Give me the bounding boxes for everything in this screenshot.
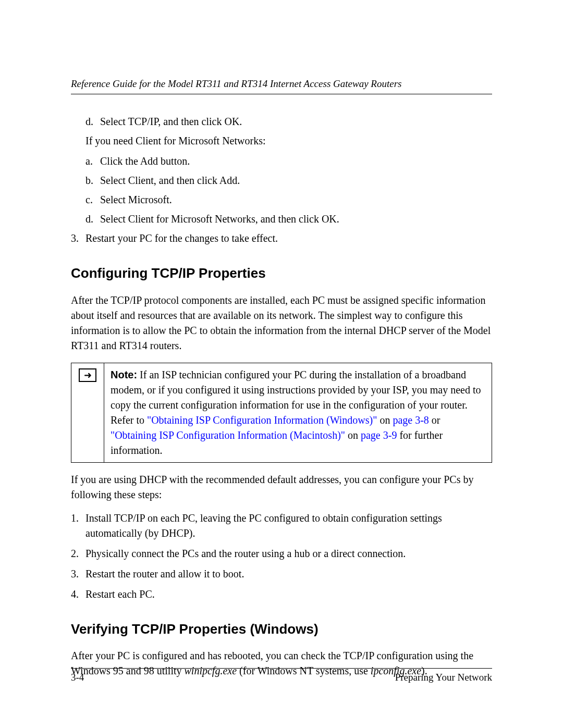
list-marker: d. [85,212,100,227]
paragraph: If you need Client for Microsoft Network… [85,133,492,149]
link-windows-info[interactable]: "Obtaining ISP Configuration Information… [147,414,377,426]
running-header: Reference Guide for the Model RT311 and … [71,78,492,94]
heading-configuring: Configuring TCP/IP Properties [71,264,492,283]
list-text: Select Client, and then click Add. [100,173,240,188]
list-item: c. Select Microsoft. [85,192,492,207]
list-marker: 1. [71,511,85,541]
page: Reference Guide for the Model RT311 and … [0,0,563,728]
list-item: d. Select Client for Microsoft Networks,… [85,212,492,227]
list-text: Install TCP/IP on each PC, leaving the P… [85,511,492,541]
paragraph: After the TCP/IP protocol components are… [71,293,492,353]
list-text: Restart the router and allow it to boot. [85,566,244,582]
note-text: Note: If an ISP technician configured yo… [104,363,492,462]
arrow-icon: ➜ [79,368,96,382]
numbered-steps: 1. Install TCP/IP on each PC, leaving th… [71,511,492,602]
body: d. Select TCP/IP, and then click OK. If … [71,114,492,678]
list-item: 3. Restart the router and allow it to bo… [71,566,492,582]
list-text: Click the Add button. [100,154,190,169]
list-marker: c. [85,192,100,207]
list-marker: d. [85,114,100,129]
footer: 3-4 Preparing Your Network [71,668,492,683]
numbered-list: 3. Restart your PC for the changes to ta… [71,231,492,246]
link-mac-info[interactable]: "Obtaining ISP Configuration Information… [111,429,345,441]
list-item: 1. Install TCP/IP on each PC, leaving th… [71,511,492,541]
note-icon-cell: ➜ [71,363,104,462]
note-segment: on [377,414,393,426]
sublist-d: d. Select TCP/IP, and then click OK. [85,114,492,129]
list-marker: 3. [71,231,85,246]
heading-verifying: Verifying TCP/IP Properties (Windows) [71,620,492,639]
list-item: 3. Restart your PC for the changes to ta… [71,231,492,246]
list-marker: b. [85,173,100,188]
chapter-name: Preparing Your Network [395,672,492,683]
page-number: 3-4 [71,672,84,683]
note-segment: on [345,429,361,441]
note-segment: or [429,414,440,426]
list-item: b. Select Client, and then click Add. [85,173,492,188]
list-item: 4. Restart each PC. [71,587,492,602]
list-item: a. Click the Add button. [85,154,492,169]
note-box: ➜ Note: If an ISP technician configured … [71,363,492,463]
note-label: Note: [111,369,137,380]
list-text: Restart each PC. [85,587,155,602]
list-marker: 3. [71,566,85,582]
list-text: Physically connect the PCs and the route… [85,546,406,561]
list-item: d. Select TCP/IP, and then click OK. [85,114,492,129]
list-item: 2. Physically connect the PCs and the ro… [71,546,492,561]
list-marker: 4. [71,587,85,602]
list-marker: 2. [71,546,85,561]
list-text: Select Client for Microsoft Networks, an… [100,212,339,227]
list-marker: a. [85,154,100,169]
list-text: Restart your PC for the changes to take … [85,231,278,246]
sublist-abcd: a. Click the Add button. b. Select Clien… [85,154,492,227]
list-text: Select TCP/IP, and then click OK. [100,114,242,129]
link-page-3-8[interactable]: page 3-8 [393,414,429,426]
paragraph: If you are using DHCP with the recommend… [71,472,492,502]
link-page-3-9[interactable]: page 3-9 [361,429,397,441]
list-text: Select Microsoft. [100,192,172,207]
